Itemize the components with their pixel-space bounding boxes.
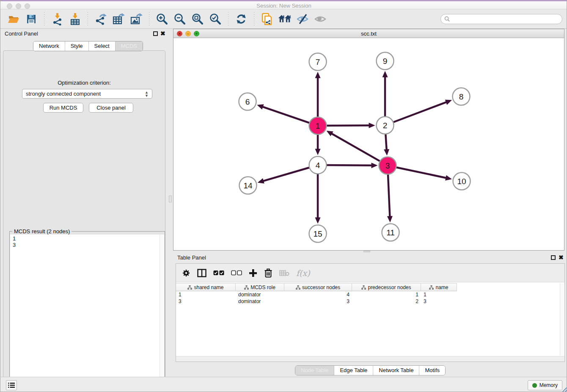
table-panel-float-icon[interactable] — [551, 255, 556, 260]
edge-2-3[interactable] — [385, 134, 386, 150]
tab-node-table[interactable]: Node Table — [295, 366, 334, 375]
edge-4-3[interactable] — [326, 165, 372, 166]
memory-button[interactable]: Memory — [528, 380, 562, 390]
edge-2-8[interactable] — [393, 102, 447, 122]
function-builder-icon: f(x) — [296, 268, 310, 278]
column-sort-icon — [429, 285, 434, 290]
export-image-icon[interactable] — [129, 12, 143, 26]
cell-predecessor-nodes[interactable]: 2 — [352, 298, 421, 305]
network-canvas[interactable]: 7968124314101511 — [173, 38, 564, 250]
cell-successor-nodes[interactable]: 4 — [284, 291, 352, 298]
edge-arrowhead-1-6 — [257, 104, 264, 109]
run-mcds-button[interactable]: Run MCDS — [43, 103, 83, 113]
export-table-icon[interactable] — [112, 12, 125, 26]
delete-column-trash-icon[interactable] — [264, 268, 272, 278]
edge-3-11[interactable] — [388, 174, 390, 217]
tab-edge-table[interactable]: Edge Table — [334, 366, 373, 375]
edge-1-6[interactable] — [262, 107, 310, 123]
mcds-panel: Optimization criterion: strongly connect… — [3, 50, 165, 392]
tab-select[interactable]: Select — [88, 41, 115, 51]
chevron-up-down-icon: ▲▼ — [145, 91, 149, 97]
delete-table-icon — [279, 270, 289, 276]
fit-content-icon[interactable] — [191, 12, 204, 26]
toolbar-separator — [228, 12, 228, 26]
column-header-predecessor-nodes[interactable]: predecessor nodes — [352, 283, 421, 291]
cell-MCDS-role[interactable]: dominator — [236, 298, 284, 305]
table-row-1[interactable]: 1dominator411 — [176, 291, 457, 298]
edge-3-10[interactable] — [396, 167, 446, 178]
zoom-in-icon[interactable] — [155, 12, 169, 26]
table-horizontal-scrollbar[interactable] — [176, 356, 564, 362]
import-table-icon[interactable] — [68, 12, 82, 26]
task-history-button[interactable] — [6, 380, 17, 390]
duplicate-network-icon[interactable] — [260, 12, 274, 26]
edge-arrowhead-1-7 — [315, 72, 321, 78]
cell-shared-name[interactable]: 1 — [176, 291, 236, 298]
column-header-label: MCDS role — [250, 284, 275, 290]
edge-arrowhead-2-3 — [384, 149, 389, 155]
zoom-selected-icon[interactable] — [209, 12, 222, 26]
horizontal-splitter-handle[interactable] — [363, 251, 370, 252]
mcds-result-text[interactable]: 1 3 — [10, 235, 160, 392]
search-input[interactable] — [452, 16, 559, 22]
table-panel-close-icon[interactable]: ✖ — [559, 254, 564, 261]
column-header-shared-name[interactable]: shared name — [176, 283, 236, 291]
list-icon — [8, 382, 15, 388]
add-column-icon[interactable] — [249, 269, 257, 277]
control-panel-title: Control Panel — [5, 30, 38, 37]
window-resize-grip[interactable] — [561, 386, 567, 392]
control-panel: Control Panel ✖ NetworkStyleSelectMCDS O… — [0, 29, 168, 373]
mcds-result-scrollbar[interactable] — [160, 235, 164, 392]
hide-selected-eye-icon[interactable] — [296, 12, 309, 26]
edge-4-14[interactable] — [263, 168, 309, 181]
column-header-name[interactable]: name — [421, 283, 457, 291]
tab-network-table[interactable]: Network Table — [373, 366, 419, 375]
table-vertical-scrollbar[interactable] — [560, 283, 564, 356]
export-network-icon[interactable] — [94, 12, 107, 26]
split-columns-icon[interactable] — [197, 269, 206, 277]
node-label-6: 6 — [245, 97, 250, 106]
column-header-successor-nodes[interactable]: successor nodes — [284, 283, 352, 291]
gear-icon[interactable] — [182, 269, 190, 277]
node-label-10: 10 — [457, 177, 466, 186]
vertical-splitter-handle[interactable] — [169, 196, 172, 202]
zoom-out-icon[interactable] — [173, 12, 187, 26]
search-field[interactable] — [440, 14, 562, 24]
refresh-layout-icon[interactable] — [234, 12, 248, 26]
cell-shared-name[interactable]: 3 — [176, 298, 236, 305]
tab-motifs[interactable]: Motifs — [419, 366, 445, 375]
cell-successor-nodes[interactable]: 3 — [284, 298, 352, 305]
deselect-all-checkboxes-icon[interactable] — [231, 270, 242, 276]
control-panel-float-icon[interactable] — [153, 31, 158, 36]
select-all-checkboxes-icon[interactable] — [213, 270, 224, 276]
close-panel-button[interactable]: Close panel — [89, 103, 133, 113]
open-ndex-houses-icon[interactable] — [278, 12, 292, 26]
node-label-8: 8 — [459, 92, 464, 101]
table-row-2[interactable]: 3dominator323 — [176, 298, 457, 305]
show-all-eye-icon[interactable] — [314, 12, 327, 26]
optimization-criterion-dropdown[interactable]: strongly connected component ▲▼ — [22, 89, 152, 99]
edge-arrowhead-1-4 — [315, 149, 321, 155]
tab-network[interactable]: Network — [33, 41, 65, 51]
node-label-9: 9 — [383, 57, 388, 66]
tab-style[interactable]: Style — [65, 41, 88, 51]
cell-name[interactable]: 3 — [421, 298, 457, 305]
node-label-14: 14 — [243, 181, 253, 190]
table-panel-header: Table Panel ✖ — [173, 253, 567, 263]
column-header-label: predecessor nodes — [368, 284, 411, 290]
cell-MCDS-role[interactable]: dominator — [236, 291, 284, 298]
column-header-MCDS-role[interactable]: MCDS role — [236, 283, 284, 291]
import-network-icon[interactable] — [50, 12, 64, 26]
open-session-icon[interactable] — [7, 12, 20, 26]
node-label-15: 15 — [313, 229, 322, 238]
tab-mcds[interactable]: MCDS — [115, 41, 143, 51]
control-panel-header: Control Panel ✖ — [0, 29, 168, 39]
cell-predecessor-nodes[interactable]: 1 — [352, 291, 421, 298]
save-session-icon[interactable] — [25, 12, 38, 26]
edge-1-2[interactable] — [326, 125, 369, 126]
control-panel-close-icon[interactable]: ✖ — [160, 30, 165, 37]
mcds-result-title: MCDS result (2 nodes) — [12, 228, 72, 235]
cell-name[interactable]: 1 — [421, 291, 457, 298]
edge-3-1[interactable] — [331, 133, 380, 161]
edge-arrowhead-4-14 — [258, 178, 264, 183]
